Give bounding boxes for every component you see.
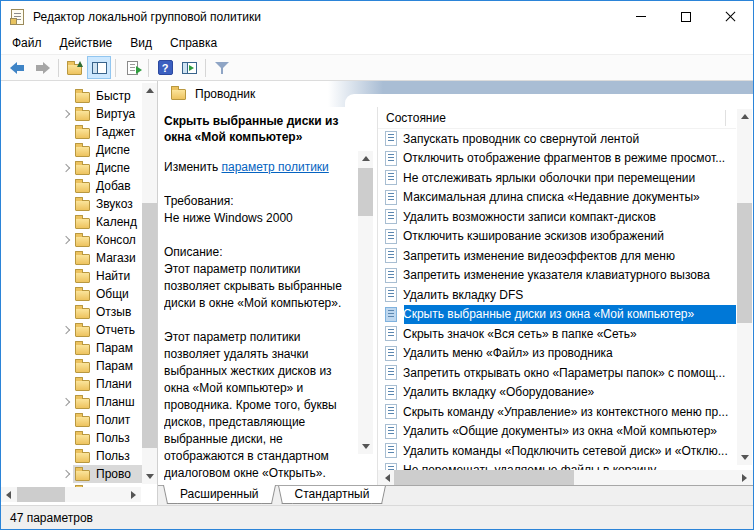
policy-setting-row[interactable]: Скрыть выбранные диски из окна «Мой комп… bbox=[378, 305, 736, 325]
tree-item[interactable]: Общи bbox=[1, 285, 157, 303]
expand-chevron-icon[interactable] bbox=[59, 430, 75, 446]
tree-item[interactable]: Отзыв bbox=[1, 303, 157, 321]
expand-chevron-icon[interactable] bbox=[59, 142, 75, 158]
tree-vertical-scrollbar[interactable] bbox=[142, 83, 157, 484]
menu-help[interactable]: Справка bbox=[161, 36, 226, 50]
tree-item[interactable]: Найти bbox=[1, 267, 157, 285]
policy-setting-row[interactable]: Не отслеживать ярлыки оболочки при перем… bbox=[378, 168, 736, 188]
tab-extended[interactable]: Расширенный bbox=[170, 485, 269, 504]
expand-chevron-icon[interactable] bbox=[59, 322, 75, 338]
policy-setting-row[interactable]: Отключить отображение фрагментов в режим… bbox=[378, 149, 736, 169]
list-horizontal-scrollbar[interactable] bbox=[378, 470, 753, 485]
policy-setting-row[interactable]: Запретить изменение указателя клавиатурн… bbox=[378, 266, 736, 286]
scrollbar-thumb[interactable] bbox=[394, 470, 574, 485]
list-vertical-scrollbar[interactable] bbox=[737, 109, 752, 465]
expand-chevron-icon[interactable] bbox=[59, 412, 75, 428]
action-pane-toggle-button[interactable] bbox=[177, 56, 201, 79]
expand-chevron-icon[interactable] bbox=[59, 214, 75, 230]
expand-chevron-icon[interactable] bbox=[59, 88, 75, 104]
scroll-left-arrow[interactable] bbox=[380, 470, 395, 485]
help-button[interactable]: ? bbox=[153, 56, 177, 79]
scroll-up-arrow[interactable] bbox=[737, 109, 752, 124]
maximize-button[interactable] bbox=[663, 1, 708, 32]
scroll-down-arrow[interactable] bbox=[737, 450, 752, 465]
back-button[interactable] bbox=[6, 56, 30, 79]
scrollbar-thumb[interactable] bbox=[737, 203, 752, 323]
policy-setting-row[interactable]: Запретить изменение видеоэффектов для ме… bbox=[378, 246, 736, 266]
tree-item[interactable]: Звукоз bbox=[1, 195, 157, 213]
scroll-left-arrow[interactable] bbox=[1, 487, 16, 502]
list-column-header[interactable]: Состояние bbox=[378, 107, 736, 129]
expand-chevron-icon[interactable] bbox=[59, 448, 75, 464]
tree-item[interactable]: Полит bbox=[1, 411, 157, 429]
policy-setting-row[interactable]: Запретить открывать окно «Параметры папо… bbox=[378, 363, 736, 383]
tree-item[interactable]: Консол bbox=[1, 231, 157, 249]
tree-item[interactable]: Прово bbox=[1, 465, 157, 483]
close-button[interactable] bbox=[708, 1, 753, 32]
expand-chevron-icon[interactable] bbox=[59, 232, 75, 248]
policy-setting-row[interactable]: Скрыть значок «Вся сеть» в папке «Сеть» bbox=[378, 324, 736, 344]
expand-chevron-icon[interactable] bbox=[59, 268, 75, 284]
expand-chevron-icon[interactable] bbox=[59, 358, 75, 374]
edit-policy-setting-link[interactable]: параметр политики bbox=[221, 160, 328, 174]
tab-standard[interactable]: Стандартный bbox=[285, 486, 380, 504]
expand-chevron-icon[interactable] bbox=[59, 394, 75, 410]
expand-chevron-icon[interactable] bbox=[59, 286, 75, 302]
export-list-button[interactable] bbox=[120, 56, 144, 79]
up-one-level-button[interactable] bbox=[63, 56, 87, 79]
expand-chevron-icon[interactable] bbox=[59, 124, 75, 140]
expand-chevron-icon[interactable] bbox=[59, 160, 75, 176]
expand-chevron-icon[interactable] bbox=[59, 106, 75, 122]
policy-setting-row[interactable]: Отключить кэширование эскизов изображени… bbox=[378, 227, 736, 247]
policy-setting-row[interactable]: Удалить возможности записи компакт-диско… bbox=[378, 207, 736, 227]
tree-item[interactable]: Планш bbox=[1, 393, 157, 411]
tree-item[interactable]: Плани bbox=[1, 375, 157, 393]
scroll-right-arrow[interactable] bbox=[737, 470, 752, 485]
menu-view[interactable]: Вид bbox=[121, 36, 161, 50]
forward-button[interactable] bbox=[30, 56, 54, 79]
tree-item[interactable]: Польз bbox=[1, 429, 157, 447]
tree-item[interactable]: Магази bbox=[1, 249, 157, 267]
tree-item[interactable]: Парам bbox=[1, 339, 157, 357]
scroll-right-arrow[interactable] bbox=[126, 487, 141, 502]
policy-setting-row[interactable]: Удалить вкладку DFS bbox=[378, 285, 736, 305]
expand-chevron-icon[interactable] bbox=[59, 466, 75, 482]
policy-setting-row[interactable]: Запускать проводник со свернутой лентой bbox=[378, 129, 736, 149]
expand-chevron-icon[interactable] bbox=[59, 178, 75, 194]
policy-setting-row[interactable]: Скрыть команду «Управление» из контекстн… bbox=[378, 402, 736, 422]
tree-item[interactable]: Виртуа bbox=[1, 105, 157, 123]
tree-item[interactable]: Диспе bbox=[1, 159, 157, 177]
tree-item[interactable]: Добав bbox=[1, 177, 157, 195]
scrollbar-thumb[interactable] bbox=[142, 203, 157, 448]
menu-file[interactable]: Файл bbox=[3, 36, 51, 50]
console-tree-toggle-button[interactable] bbox=[87, 56, 111, 79]
scrollbar-thumb[interactable] bbox=[17, 487, 65, 502]
expand-chevron-icon[interactable] bbox=[59, 376, 75, 392]
scroll-up-arrow[interactable] bbox=[358, 151, 373, 166]
minimize-button[interactable] bbox=[618, 1, 663, 32]
scroll-down-arrow[interactable] bbox=[358, 439, 373, 454]
tree-item[interactable]: Парам bbox=[1, 357, 157, 375]
filter-button[interactable] bbox=[210, 56, 234, 79]
policy-setting-row[interactable]: Удалить меню «Файл» из проводника bbox=[378, 344, 736, 364]
policy-setting-row[interactable]: Удалить «Общие документы» из окна «Мой к… bbox=[378, 422, 736, 442]
menu-action[interactable]: Действие bbox=[51, 36, 122, 50]
expand-chevron-icon[interactable] bbox=[59, 196, 75, 212]
expand-chevron-icon[interactable] bbox=[59, 340, 75, 356]
tree-item[interactable]: Быстр bbox=[1, 87, 157, 105]
policy-setting-row[interactable]: Удалить вкладку «Оборудование» bbox=[378, 383, 736, 403]
column-separator[interactable] bbox=[725, 110, 726, 126]
tree-item[interactable]: Календ bbox=[1, 213, 157, 231]
scrollbar-thumb[interactable] bbox=[358, 168, 373, 216]
tree-item[interactable]: Диспе bbox=[1, 141, 157, 159]
tree-item[interactable]: Польз bbox=[1, 447, 157, 465]
expand-chevron-icon[interactable] bbox=[59, 250, 75, 266]
tree-item[interactable]: Отчеть bbox=[1, 321, 157, 339]
tree-horizontal-scrollbar[interactable] bbox=[1, 487, 141, 502]
policy-setting-row[interactable]: Максимальная длина списка «Недавние доку… bbox=[378, 188, 736, 208]
tree-item[interactable]: Гаджет bbox=[1, 123, 157, 141]
description-vertical-scrollbar[interactable] bbox=[358, 151, 373, 454]
scroll-down-arrow[interactable] bbox=[142, 469, 157, 484]
policy-setting-row[interactable]: Удалить команды «Подключить сетевой диск… bbox=[378, 441, 736, 461]
expand-chevron-icon[interactable] bbox=[59, 304, 75, 320]
